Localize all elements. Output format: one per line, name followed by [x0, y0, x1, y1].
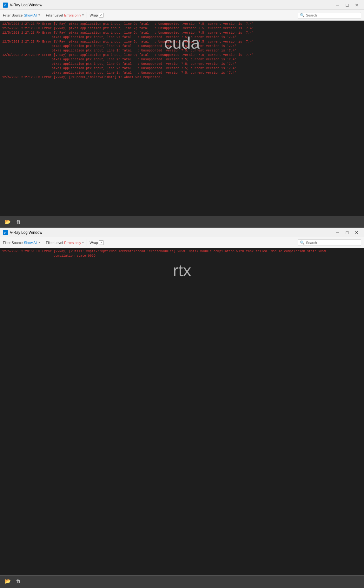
trash-icon-2: 🗑 [16, 578, 21, 584]
bottom-toolbar-2: 📂 🗑 [0, 575, 364, 587]
search-icon-2: 🔍 [300, 240, 305, 245]
chevron-down-icon-3: ▼ [38, 241, 41, 244]
folder-icon-2: 📂 [4, 578, 11, 584]
separator-1 [43, 12, 43, 18]
search-box-1[interactable]: 🔍 [298, 12, 361, 18]
search-input-2[interactable] [306, 241, 359, 245]
open-folder-button-1[interactable]: 📂 [3, 218, 12, 226]
vray-icon-1: V [3, 3, 8, 8]
close-button-1[interactable]: ✕ [352, 2, 361, 8]
errors-only-dropdown-2[interactable]: Errors only ▼ [64, 241, 84, 245]
trash-icon-1: 🗑 [16, 219, 21, 225]
log-content-1: 12/5/2023 2:27:23 PM Error [V-Ray] ptxas… [0, 21, 364, 216]
log-entry: 12/5/2023 2:27:23 PM Error [V-Ray] ptxas… [2, 53, 362, 57]
delete-button-1[interactable]: 🗑 [15, 219, 22, 226]
toolbar-2: Filter Source Show All ▼ Filter Level Er… [0, 237, 364, 248]
close-button-2[interactable]: ✕ [352, 229, 361, 236]
log-entry: ptxas application ptx input, line 1; fat… [2, 49, 362, 53]
section-label-rtx: rtx [173, 261, 191, 280]
search-input-1[interactable] [306, 13, 359, 17]
log-entry: ptxas application ptx input, line 9; fat… [2, 44, 362, 49]
wrap-label-1: Wrap [89, 13, 98, 17]
search-box-2[interactable]: 🔍 [298, 240, 361, 246]
log-entries-container-2: 12/5/2023 2:29:51 PM Error [V-Ray] [VUti… [2, 249, 362, 258]
vray-icon-2: V [3, 230, 8, 235]
svg-text:V: V [4, 4, 6, 7]
log-entry: 12/5/2023 2:27:23 PM Error [V-Ray] ptxas… [2, 22, 362, 26]
wrap-checkbox-2[interactable] [99, 240, 103, 245]
wrap-section-1: Wrap [89, 13, 103, 17]
title-bar-1: V V-Ray Log Window ─ □ ✕ [0, 0, 364, 10]
minimize-button-2[interactable]: ─ [333, 229, 342, 236]
show-all-text-2: Show All [24, 241, 37, 245]
log-entry: ptxas application ptx input, line 9; fat… [2, 66, 362, 71]
delete-button-2[interactable]: 🗑 [15, 578, 22, 585]
errors-only-dropdown-1[interactable]: Errors only ▼ [64, 13, 84, 17]
toolbar-1: Filter Source Show All ▼ Filter Level Er… [0, 10, 364, 21]
filter-source-label-2: Filter Source [3, 241, 23, 245]
log-entry: compilation state 9059 [2, 254, 362, 258]
svg-text:V: V [4, 231, 6, 234]
filter-level-label-1: Filter Level [46, 13, 63, 17]
log-entry: ptxas application ptx input, line 9; fat… [2, 35, 362, 40]
filter-level-label-2: Filter Level [46, 241, 63, 245]
show-all-dropdown-1[interactable]: Show All ▼ [24, 13, 40, 17]
log-entry: ptxas application ptx input, line 9; fat… [2, 62, 362, 66]
window-title-1: V-Ray Log Window [10, 3, 333, 7]
log-entry: 12/5/2023 2:27:23 PM Error [V-Ray] ptxas… [2, 31, 362, 35]
wrap-label-2: Wrap [89, 241, 98, 245]
log-entry: 12/5/2023 2:27:23 PM Error [V-Ray] ptxas… [2, 40, 362, 44]
separator-3 [43, 240, 43, 246]
chevron-down-icon-4: ▼ [82, 241, 84, 244]
log-entry: 12/5/2023 2:27:23 PM Error [V-Ray] [RTOp… [2, 75, 362, 80]
show-all-dropdown-2[interactable]: Show All ▼ [24, 241, 40, 245]
log-entry: 12/5/2023 2:29:51 PM Error [V-Ray] [VUti… [2, 249, 362, 254]
search-icon-1: 🔍 [300, 13, 305, 17]
vray-log-window-1: V V-Ray Log Window ─ □ ✕ Filter Source S… [0, 0, 364, 216]
open-folder-button-2[interactable]: 📂 [3, 578, 12, 585]
window-controls-2: ─ □ ✕ [333, 229, 361, 236]
chevron-down-icon-1: ▼ [38, 14, 41, 17]
window-controls-1: ─ □ ✕ [333, 2, 361, 8]
separator-4 [87, 240, 87, 246]
log-entry: 12/5/2023 2:27:23 PM Error [V-Ray] ptxas… [2, 26, 362, 31]
wrap-section-2: Wrap [89, 240, 103, 245]
wrap-checkbox-1[interactable] [99, 13, 103, 17]
errors-only-text-2: Errors only [64, 241, 81, 245]
maximize-button-2[interactable]: □ [343, 229, 352, 236]
log-entries-container-1: 12/5/2023 2:27:23 PM Error [V-Ray] ptxas… [2, 22, 362, 80]
window-title-2: V-Ray Log Window [10, 230, 333, 235]
errors-only-text-1: Errors only [64, 13, 81, 17]
separator-2 [87, 12, 87, 18]
filter-source-label-1: Filter Source [3, 13, 23, 17]
bottom-toolbar-1: 📂 🗑 [0, 216, 364, 227]
log-entry: ptxas application ptx input, line 9; fat… [2, 57, 362, 62]
minimize-button-1[interactable]: ─ [333, 2, 342, 8]
log-content-2: 12/5/2023 2:29:51 PM Error [V-Ray] [VUti… [0, 248, 364, 575]
maximize-button-1[interactable]: □ [343, 2, 352, 8]
chevron-down-icon-2: ▼ [82, 14, 84, 17]
folder-icon-1: 📂 [4, 219, 11, 225]
vray-log-window-2: V V-Ray Log Window ─ □ ✕ Filter Source S… [0, 227, 364, 575]
log-entry: ptxas application ptx input, line 1; fat… [2, 71, 362, 75]
show-all-text-1: Show All [24, 13, 37, 17]
title-bar-2: V V-Ray Log Window ─ □ ✕ [0, 228, 364, 237]
